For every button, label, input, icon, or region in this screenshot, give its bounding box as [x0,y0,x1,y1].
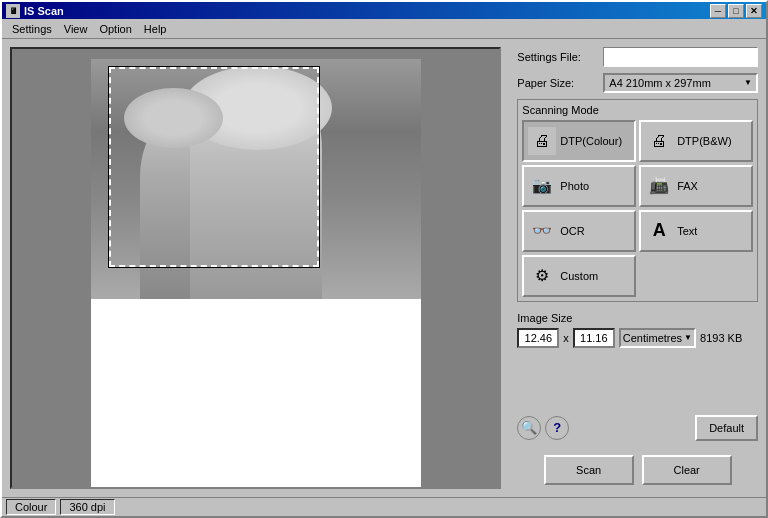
menu-settings[interactable]: Settings [6,21,58,37]
mode-btn-fax[interactable]: 📠 FAX [639,165,753,207]
scan-image-container [91,59,421,489]
title-bar: 🖥 IS Scan ─ □ ✕ [2,2,766,19]
scan-selection-border[interactable] [109,67,319,267]
menu-view[interactable]: View [58,21,94,37]
scanning-mode-section: Scanning Mode 🖨 DTP(Colour) 🖨 DTP(B&W) 📷 [517,99,758,302]
help-icons: 🔍 ? [517,416,569,440]
custom-icon: ⚙ [528,262,556,290]
window-title: IS Scan [24,5,64,17]
fax-icon: 📠 [645,172,673,200]
default-button[interactable]: Default [695,415,758,441]
mode-btn-text[interactable]: A Text [639,210,753,252]
unit-dropdown-arrow: ▼ [684,333,692,342]
unit-value: Centimetres [623,332,682,344]
image-size-section: Image Size x Centimetres ▼ 8193 KB [517,312,758,348]
dtp-bw-icon: 🖨 [645,127,673,155]
status-colour: Colour [6,499,56,515]
fax-label: FAX [677,180,698,192]
image-height-input[interactable] [573,328,615,348]
mode-btn-dtp-bw[interactable]: 🖨 DTP(B&W) [639,120,753,162]
paper-size-dropdown-arrow: ▼ [744,78,752,87]
magnify-button[interactable]: 🔍 [517,416,541,440]
main-content: Settings File: Paper Size: A4 210mm x 29… [2,39,766,497]
mode-btn-ocr[interactable]: 👓 OCR [522,210,636,252]
help-button[interactable]: ? [545,416,569,440]
clear-button[interactable]: Clear [642,455,732,485]
ocr-label: OCR [560,225,584,237]
minimize-button[interactable]: ─ [710,4,726,18]
scanning-mode-title: Scanning Mode [522,104,753,116]
scan-button[interactable]: Scan [544,455,634,485]
white-paper-area [91,299,421,489]
status-bar: Colour 360 dpi [2,497,766,516]
bottom-controls-row: 🔍 ? Default [517,415,758,441]
kb-value: 8193 KB [700,332,742,344]
mode-btn-custom[interactable]: ⚙ Custom [522,255,636,297]
mode-btn-dtp-colour[interactable]: 🖨 DTP(Colour) [522,120,636,162]
scan-photo [91,59,421,299]
text-icon: A [645,217,673,245]
preview-area [10,47,501,489]
controls-panel: Settings File: Paper Size: A4 210mm x 29… [509,39,766,497]
x-label: x [563,332,569,344]
paper-size-select[interactable]: A4 210mm x 297mm ▼ [603,73,758,93]
text-label: Text [677,225,697,237]
preview-panel [2,39,509,497]
paper-size-row: Paper Size: A4 210mm x 297mm ▼ [517,73,758,93]
mode-btn-photo[interactable]: 📷 Photo [522,165,636,207]
maximize-button[interactable]: □ [728,4,744,18]
action-buttons: Scan Clear [517,447,758,489]
paper-size-label: Paper Size: [517,77,597,89]
main-window: 🖥 IS Scan ─ □ ✕ Settings View Option Hel… [0,0,768,518]
dtp-colour-label: DTP(Colour) [560,135,622,147]
app-icon: 🖥 [6,4,20,18]
custom-label: Custom [560,270,598,282]
status-dpi: 360 dpi [60,499,114,515]
image-width-input[interactable] [517,328,559,348]
settings-file-row: Settings File: [517,47,758,67]
settings-file-label: Settings File: [517,51,597,63]
menu-help[interactable]: Help [138,21,173,37]
window-controls: ─ □ ✕ [710,4,762,18]
photo-icon: 📷 [528,172,556,200]
image-size-row: x Centimetres ▼ 8193 KB [517,328,758,348]
image-size-label: Image Size [517,312,758,324]
dtp-bw-label: DTP(B&W) [677,135,731,147]
dtp-colour-icon: 🖨 [528,127,556,155]
settings-file-input[interactable] [603,47,758,67]
mode-grid: 🖨 DTP(Colour) 🖨 DTP(B&W) 📷 Photo [522,120,753,297]
unit-select[interactable]: Centimetres ▼ [619,328,696,348]
photo-label: Photo [560,180,589,192]
ocr-icon: 👓 [528,217,556,245]
close-button[interactable]: ✕ [746,4,762,18]
paper-size-value: A4 210mm x 297mm [609,77,710,89]
menu-bar: Settings View Option Help [2,19,766,38]
menu-option[interactable]: Option [93,21,137,37]
